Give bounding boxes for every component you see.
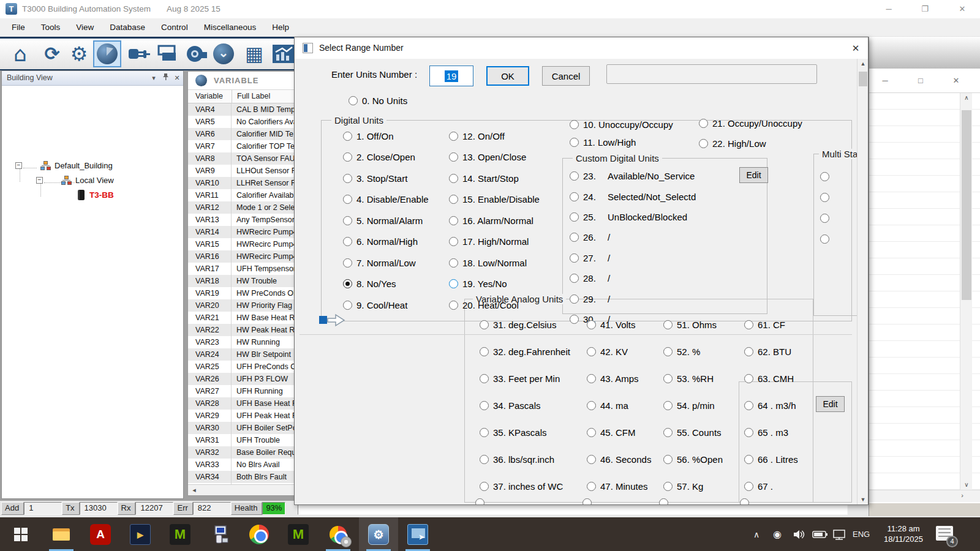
volume-icon[interactable] bbox=[793, 517, 806, 551]
radio-icon[interactable] bbox=[820, 214, 829, 223]
radio-option[interactable]: 18. Low/Normal bbox=[449, 258, 540, 268]
radio-icon[interactable] bbox=[744, 455, 753, 464]
radio-option[interactable]: 46. Seconds bbox=[587, 454, 651, 465]
radio-icon[interactable] bbox=[449, 174, 458, 183]
radio-option[interactable]: 32. deg.Fahrenheit bbox=[480, 347, 570, 357]
radio-icon[interactable] bbox=[570, 233, 579, 242]
clock[interactable]: 11:28 am 18/11/2025 bbox=[877, 523, 930, 544]
menu-item[interactable]: Tools bbox=[33, 23, 69, 32]
radio-icon[interactable] bbox=[744, 428, 753, 437]
acrobat-icon[interactable]: A bbox=[89, 523, 111, 545]
radio-icon[interactable] bbox=[570, 192, 579, 201]
radio-icon[interactable] bbox=[449, 279, 458, 288]
radio-option[interactable]: 52. % bbox=[663, 347, 723, 357]
radio-option[interactable]: 21. Occupy/Unoccupy bbox=[699, 118, 802, 129]
file-explorer-icon[interactable] bbox=[50, 523, 72, 545]
radio-icon[interactable] bbox=[343, 132, 352, 141]
radio-option[interactable]: 5. Normal/Alarm bbox=[343, 216, 429, 226]
start-button[interactable] bbox=[10, 523, 32, 545]
radio-option[interactable] bbox=[820, 193, 834, 202]
radio-icon[interactable] bbox=[570, 212, 579, 222]
radio-icon[interactable] bbox=[587, 374, 596, 383]
radio-option[interactable]: 42. KV bbox=[587, 347, 651, 357]
radio-icon[interactable] bbox=[744, 482, 753, 491]
radio-option[interactable]: 9. Cool/Heat bbox=[343, 300, 429, 310]
radio-icon[interactable] bbox=[480, 428, 489, 437]
radio-icon[interactable] bbox=[570, 294, 579, 304]
radio-icon[interactable] bbox=[587, 401, 596, 410]
scroll-right-icon[interactable]: › bbox=[961, 492, 963, 499]
radio-option[interactable]: 4. Disable/Enable bbox=[343, 194, 429, 204]
radio-icon[interactable] bbox=[663, 455, 673, 464]
system-tool-icon[interactable] bbox=[208, 523, 230, 545]
radio-option[interactable]: 20. Heat/Cool bbox=[449, 300, 540, 310]
radio-option[interactable]: 63. CMH bbox=[744, 373, 798, 384]
chrome-icon[interactable] bbox=[248, 523, 270, 545]
radio-icon[interactable] bbox=[820, 193, 829, 202]
clock-icon[interactable]: ⌄ bbox=[209, 40, 238, 67]
radio-icon[interactable] bbox=[343, 237, 352, 246]
radio-option[interactable]: 19. Yes/No bbox=[449, 279, 540, 289]
radio-icon[interactable] bbox=[480, 455, 489, 464]
radio-icon[interactable] bbox=[744, 347, 753, 356]
scroll-down-icon[interactable]: ▼ bbox=[858, 495, 869, 505]
ok-button[interactable]: OK bbox=[486, 66, 529, 86]
radio-option[interactable]: 2. Close/Open bbox=[343, 152, 429, 162]
radio-icon[interactable] bbox=[587, 347, 596, 356]
radio-option[interactable]: 44. ma bbox=[587, 400, 651, 411]
radio-icon[interactable] bbox=[343, 152, 352, 162]
radio-option[interactable]: 17. High/Normal bbox=[449, 236, 540, 247]
home-icon[interactable]: ⌂ bbox=[6, 40, 34, 67]
radio-icon[interactable] bbox=[744, 320, 753, 329]
radio-icon[interactable] bbox=[663, 347, 673, 356]
radio-option[interactable]: 25. UnBlocked/Blocked bbox=[570, 212, 696, 222]
radio-option[interactable]: 43. Amps bbox=[587, 373, 651, 384]
radio-option[interactable]: 10. Unoccupy/Occupy bbox=[570, 119, 673, 130]
radio-icon[interactable] bbox=[820, 172, 829, 181]
radio-option[interactable] bbox=[820, 234, 834, 244]
tree-collapse-icon[interactable]: − bbox=[15, 162, 22, 169]
radio-option[interactable]: 31. deg.Celsius bbox=[480, 320, 570, 330]
restore-icon[interactable]: ❐ bbox=[916, 2, 933, 16]
menu-item[interactable]: Database bbox=[102, 23, 153, 32]
radio-option[interactable]: 36. lbs/sqr.inch bbox=[480, 454, 570, 465]
scroll-up-icon[interactable]: ▲ bbox=[858, 59, 869, 69]
radio-icon[interactable] bbox=[480, 374, 489, 383]
radio-icon[interactable] bbox=[449, 258, 458, 268]
tree-item-local-view[interactable]: − Local View bbox=[36, 176, 114, 185]
radio-option[interactable]: 22. High/Low bbox=[699, 138, 802, 149]
scroll-down-icon[interactable]: ∨ bbox=[960, 480, 973, 490]
radio-icon[interactable] bbox=[699, 119, 708, 128]
dialog-close-icon[interactable]: ✕ bbox=[848, 42, 864, 55]
radio-icon[interactable] bbox=[449, 195, 458, 204]
m-app2-icon[interactable]: M bbox=[287, 523, 309, 545]
radio-option[interactable]: 16. Alarm/Normal bbox=[449, 216, 540, 226]
remote-desktop-icon[interactable]: ➤ bbox=[407, 523, 429, 545]
column-header-full-label[interactable]: Full Label bbox=[237, 92, 270, 100]
flowchart-icon[interactable] bbox=[153, 40, 181, 67]
radio-icon[interactable] bbox=[699, 139, 708, 148]
radio-option[interactable]: 51. Ohms bbox=[663, 320, 723, 330]
radio-option[interactable]: 41. Volts bbox=[587, 320, 651, 330]
radio-option[interactable]: 6. Normal/High bbox=[343, 236, 429, 247]
menu-item[interactable]: Control bbox=[153, 23, 196, 32]
sync-icon[interactable]: ⟳ bbox=[38, 40, 66, 67]
radio-option[interactable]: 11. Low/High bbox=[570, 137, 673, 148]
minimize-icon[interactable]: ─ bbox=[878, 74, 892, 88]
menu-item[interactable]: Help bbox=[264, 23, 297, 32]
radio-icon[interactable] bbox=[663, 401, 673, 410]
chrome-cd-icon[interactable] bbox=[327, 523, 349, 545]
radio-option[interactable]: 27. / bbox=[570, 253, 696, 263]
radio-icon[interactable] bbox=[449, 301, 458, 310]
radio-icon[interactable] bbox=[663, 482, 673, 491]
radio-option[interactable]: 1. Off/On bbox=[343, 131, 429, 141]
radio-icon[interactable] bbox=[343, 258, 352, 268]
radio-option[interactable]: 54. p/min bbox=[663, 400, 723, 411]
cancel-button[interactable]: Cancel bbox=[542, 66, 590, 86]
radio-icon[interactable] bbox=[343, 301, 352, 310]
radio-icon[interactable] bbox=[480, 482, 489, 491]
radio-option[interactable]: 26. / bbox=[570, 232, 696, 242]
m-app-icon[interactable]: M bbox=[169, 523, 191, 545]
radio-icon[interactable] bbox=[744, 401, 753, 410]
radio-icon[interactable] bbox=[449, 216, 458, 225]
